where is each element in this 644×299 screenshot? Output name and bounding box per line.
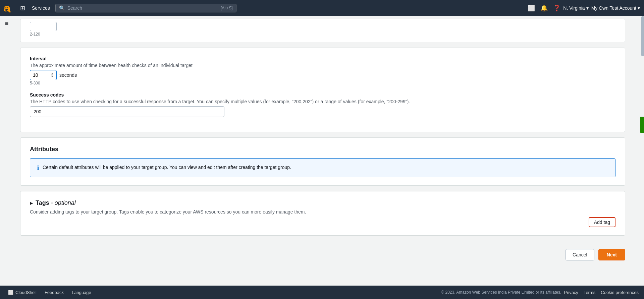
partial-input-row	[30, 22, 615, 31]
help-icon[interactable]: ❓	[553, 4, 560, 12]
services-grid-icon[interactable]: ⊞	[19, 3, 26, 13]
tags-optional-label: - optional	[51, 199, 76, 206]
main-content: 2-120 Interval The approximate amount of…	[13, 16, 639, 286]
search-icon: 🔍	[59, 5, 65, 11]
cloudshell-nav-icon[interactable]: ⬜	[528, 4, 535, 12]
cloudshell-label: CloudShell	[15, 290, 37, 295]
partial-top-input[interactable]	[30, 22, 57, 31]
tags-description: Consider adding tags to your target grou…	[30, 209, 615, 215]
cancel-button[interactable]: Cancel	[566, 249, 594, 260]
interval-range-hint: 5-300	[30, 81, 615, 85]
interval-label: Interval	[30, 56, 615, 61]
search-shortcut-hint: [Alt+S]	[221, 6, 233, 10]
sidebar-toggle-button[interactable]: ≡	[5, 20, 9, 27]
svg-text:aws: aws	[4, 6, 9, 9]
nav-icon-group: ⬜ 🔔 ❓	[528, 4, 560, 12]
success-codes-label: Success codes	[30, 92, 615, 98]
interval-description: The approximate amount of time between h…	[30, 63, 615, 68]
interval-spinner[interactable]: ▲ ▼	[51, 72, 54, 78]
tags-expand-icon[interactable]: ▶	[30, 201, 33, 205]
interval-unit-label: seconds	[59, 72, 77, 78]
language-link[interactable]: Language	[69, 289, 94, 296]
attributes-section: Attributes ℹ Certain default attributes …	[20, 137, 625, 186]
health-check-section: Interval The approximate amount of time …	[20, 48, 625, 132]
top-partial-section: 2-120	[20, 19, 625, 42]
tags-header: ▶ Tags - optional	[30, 199, 615, 206]
feedback-tab[interactable]	[640, 117, 644, 133]
services-menu[interactable]: Services	[29, 4, 53, 12]
top-navigation: aws ⊞ Services 🔍 Search [Alt+S] ⬜ 🔔 ❓ N.…	[0, 0, 644, 16]
search-placeholder: Search	[67, 5, 82, 11]
account-chevron-icon: ▾	[638, 5, 640, 11]
interval-input[interactable]	[33, 72, 50, 78]
feedback-link[interactable]: Feedback	[42, 289, 66, 296]
success-codes-input[interactable]	[30, 106, 224, 117]
add-tag-area: Add tag	[30, 217, 615, 227]
region-selector[interactable]: N. Virginia ▾	[563, 5, 588, 11]
next-button[interactable]: Next	[598, 249, 625, 260]
partial-range-hint: 2-120	[30, 32, 615, 37]
info-circle-icon: ℹ	[37, 164, 39, 172]
privacy-link[interactable]: Privacy	[564, 290, 578, 295]
page-body: ≡ 2-120 Interval The approximate amount …	[0, 16, 644, 286]
cloudshell-button[interactable]: ⬜ CloudShell	[5, 289, 39, 296]
account-menu[interactable]: My Own Test Account ▾	[591, 5, 640, 11]
interval-field-group: Interval The approximate amount of time …	[30, 56, 615, 85]
attributes-info-text: Certain default attributes will be appli…	[43, 164, 291, 171]
form-container: 2-120 Interval The approximate amount of…	[13, 16, 639, 244]
copyright-text: © 2023, Amazon Web Services India Privat…	[441, 290, 561, 295]
footer-actions: Cancel Next	[13, 244, 639, 266]
cloudshell-icon: ⬜	[8, 290, 13, 295]
success-codes-field-group: Success codes The HTTP codes to use when…	[30, 92, 615, 117]
bottom-bar: ⬜ CloudShell Feedback Language © 2023, A…	[0, 286, 644, 299]
spinner-down-icon[interactable]: ▼	[51, 75, 54, 78]
aws-logo[interactable]: aws	[4, 2, 16, 14]
terms-link[interactable]: Terms	[584, 290, 595, 295]
footer-links: Privacy Terms Cookie preferences	[564, 290, 639, 295]
tags-section: ▶ Tags - optional Consider adding tags t…	[20, 191, 625, 236]
scroll-thumb[interactable]	[641, 16, 644, 56]
interval-number-input-wrapper: ▲ ▼	[30, 70, 57, 80]
notifications-icon[interactable]: 🔔	[540, 4, 548, 12]
global-search[interactable]: 🔍 Search [Alt+S]	[55, 4, 236, 12]
scrollbar-area	[639, 16, 644, 286]
region-label: N. Virginia	[563, 5, 585, 11]
cookie-preferences-link[interactable]: Cookie preferences	[601, 290, 639, 295]
attributes-title: Attributes	[30, 146, 615, 153]
tags-title: Tags - optional	[36, 199, 76, 206]
success-codes-description: The HTTP codes to use when checking for …	[30, 99, 615, 104]
attributes-info-box: ℹ Certain default attributes will be app…	[30, 158, 615, 177]
account-name: My Own Test Account	[591, 5, 636, 11]
region-chevron-icon: ▾	[586, 5, 589, 11]
interval-input-row: ▲ ▼ seconds	[30, 70, 615, 80]
sidebar-toggle-area: ≡	[0, 16, 13, 286]
add-tag-button[interactable]: Add tag	[589, 217, 615, 227]
